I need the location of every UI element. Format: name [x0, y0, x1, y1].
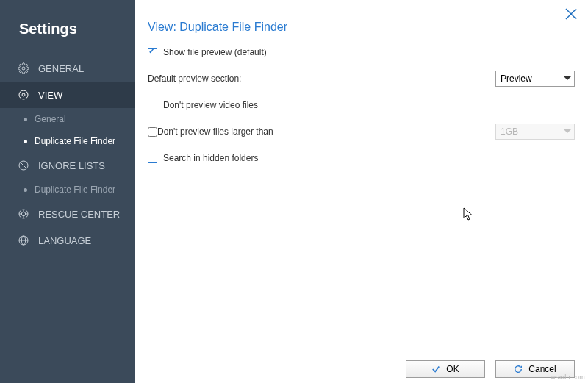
default-section-label: Default preview section:: [148, 74, 241, 84]
gear-icon: [18, 62, 29, 74]
default-section-select[interactable]: Preview: [495, 71, 575, 87]
ok-button[interactable]: OK: [406, 360, 485, 378]
svg-point-1: [19, 90, 28, 99]
svg-line-4: [21, 162, 26, 168]
cursor-icon: [463, 207, 475, 225]
row-default-section: Default preview section: Preview: [148, 71, 575, 87]
no-large-select: 1GB: [495, 124, 575, 140]
show-preview-checkbox[interactable]: [148, 48, 157, 57]
sidebar-subitem-label: Duplicate File Finder: [35, 136, 115, 146]
sidebar-item-label: RESCUE CENTER: [38, 209, 120, 220]
hidden-checkbox[interactable]: [148, 154, 157, 163]
no-video-label: Don't preview video files: [163, 100, 258, 110]
no-large-label: Don't preview files larger than: [157, 126, 273, 137]
svg-point-0: [22, 67, 25, 70]
row-show-preview: Show file preview (default): [148, 47, 575, 57]
bullet-icon: [24, 188, 27, 192]
row-no-large: Don't preview files larger than 1GB: [148, 124, 575, 140]
close-button[interactable]: [564, 7, 578, 21]
sidebar-item-ignore-lists[interactable]: IGNORE LISTS: [0, 152, 135, 179]
sidebar-item-label: IGNORE LISTS: [38, 160, 105, 171]
watermark: wsxdn.com: [551, 373, 585, 381]
sidebar-item-language[interactable]: LANGUAGE: [0, 227, 135, 254]
sidebar-subitem-general[interactable]: General: [0, 108, 135, 130]
row-hidden: Search in hidden folders: [148, 153, 575, 163]
no-large-checkbox[interactable]: [148, 127, 157, 137]
main-panel: View: Duplicate File Finder Show file pr…: [135, 0, 588, 383]
page-title: View: Duplicate File Finder: [148, 21, 575, 34]
sidebar-item-label: VIEW: [38, 90, 62, 101]
footer: OK Cancel: [135, 354, 588, 383]
check-icon: [431, 365, 440, 373]
svg-point-2: [22, 93, 25, 96]
sidebar-subitem-label: Duplicate File Finder: [35, 185, 115, 195]
show-preview-label: Show file preview (default): [163, 47, 267, 57]
language-icon: [18, 235, 29, 246]
hidden-label: Search in hidden folders: [163, 153, 258, 163]
refresh-icon: [514, 365, 523, 373]
sidebar: Settings GENERAL VIEW General Duplicate …: [0, 0, 135, 383]
sidebar-item-label: LANGUAGE: [38, 235, 91, 246]
bullet-icon: [24, 118, 27, 121]
ignore-icon: [18, 160, 29, 171]
ok-button-label: OK: [446, 364, 459, 374]
view-icon: [18, 89, 29, 101]
sidebar-item-label: GENERAL: [38, 63, 84, 74]
sidebar-item-view[interactable]: VIEW: [0, 82, 135, 108]
sidebar-subitem-ignore-duplicate-file-finder[interactable]: Duplicate File Finder: [0, 179, 135, 201]
svg-point-6: [21, 212, 25, 215]
sidebar-item-rescue-center[interactable]: RESCUE CENTER: [0, 201, 135, 227]
cancel-button-label: Cancel: [528, 364, 556, 374]
sidebar-subitem-duplicate-file-finder[interactable]: Duplicate File Finder: [0, 130, 135, 152]
rescue-icon: [18, 208, 29, 220]
row-no-video: Don't preview video files: [148, 100, 575, 110]
sidebar-item-general[interactable]: GENERAL: [0, 55, 135, 82]
no-video-checkbox[interactable]: [148, 101, 157, 110]
bullet-icon: [24, 140, 27, 143]
close-icon: [564, 7, 578, 21]
sidebar-subitem-label: General: [35, 114, 66, 124]
sidebar-title: Settings: [0, 0, 135, 55]
